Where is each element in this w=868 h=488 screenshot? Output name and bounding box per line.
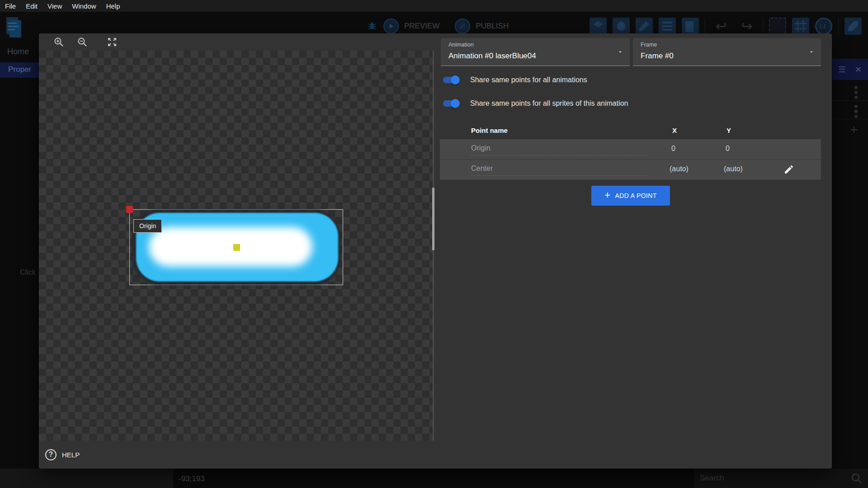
point-name-field[interactable]: Center bbox=[471, 164, 647, 176]
edit-pencil-icon[interactable] bbox=[783, 164, 795, 176]
menu-edit[interactable]: Edit bbox=[21, 2, 42, 10]
fit-to-screen-icon[interactable] bbox=[106, 36, 118, 48]
table-row-center[interactable]: Center (auto) (auto) bbox=[440, 160, 821, 180]
share-points-all-animations-toggle[interactable] bbox=[443, 77, 458, 83]
zoom-out-icon[interactable] bbox=[76, 36, 89, 48]
laser-sprite-core bbox=[149, 227, 312, 267]
point-x-value[interactable]: (auto) bbox=[670, 165, 689, 173]
toggle-row-all-sprites: Share same points for all sprites of thi… bbox=[443, 99, 628, 108]
play-icon[interactable] bbox=[383, 19, 399, 34]
kebab-menu-icon[interactable] bbox=[854, 84, 858, 101]
publish-globe-icon[interactable] bbox=[455, 19, 470, 34]
sprite-preview-canvas[interactable]: Origin bbox=[39, 51, 433, 458]
help-icon: ? bbox=[45, 449, 57, 460]
events-list-icon[interactable] bbox=[659, 18, 676, 35]
editor-toolbar-icons: ↩ ↪ 1:1 bbox=[590, 17, 862, 35]
frame-select-value: Frame #0 bbox=[641, 52, 674, 61]
wrench-icon[interactable] bbox=[844, 18, 862, 35]
edit-points-dialog: Origin Animation Animation #0 laserBlue0… bbox=[39, 33, 832, 469]
animation-select-label: Animation bbox=[448, 42, 474, 48]
publish-button[interactable]: PUBLISH bbox=[476, 22, 509, 31]
export-icon[interactable] bbox=[590, 18, 607, 35]
origin-point-tooltip: Origin bbox=[133, 219, 162, 233]
point-y-value[interactable]: 0 bbox=[726, 145, 730, 153]
animation-select-value: Animation #0 laserBlue04 bbox=[448, 52, 536, 61]
point-name-field[interactable]: Origin bbox=[471, 144, 647, 155]
add-icon[interactable]: + bbox=[850, 122, 858, 137]
menu-help[interactable]: Help bbox=[101, 2, 125, 10]
help-button[interactable]: ? HELP bbox=[45, 449, 80, 460]
filter-icon[interactable]: ☰ bbox=[838, 65, 845, 75]
project-manager-icon[interactable] bbox=[6, 17, 22, 38]
toggle-row-all-animations: Share same points for all animations bbox=[443, 76, 587, 84]
close-panel-icon[interactable]: ✕ bbox=[855, 65, 862, 75]
right-panel-column bbox=[832, 40, 868, 469]
grid-icon[interactable] bbox=[792, 18, 809, 35]
zoom-actual-size-icon[interactable]: 1:1 bbox=[815, 18, 832, 35]
tab-home[interactable]: Home bbox=[7, 47, 39, 58]
layers-icon[interactable] bbox=[682, 18, 699, 35]
column-point-name: Point name bbox=[471, 127, 508, 134]
search-placeholder: Search bbox=[700, 474, 724, 483]
center-point-marker[interactable] bbox=[233, 244, 240, 251]
animation-select[interactable]: Animation Animation #0 laserBlue04 bbox=[441, 38, 630, 66]
undo-icon[interactable]: ↩ bbox=[711, 18, 731, 35]
toggle-label: Share same points for all animations bbox=[470, 76, 587, 84]
selection-tool-icon[interactable] bbox=[769, 18, 786, 35]
objects-icon[interactable] bbox=[613, 18, 630, 35]
toggle-label: Share same points for all sprites of thi… bbox=[470, 99, 628, 108]
canvas-zoom-toolbar bbox=[39, 33, 433, 51]
frame-select[interactable]: Frame Frame #0 bbox=[633, 38, 821, 66]
point-x-value[interactable]: 0 bbox=[671, 145, 675, 153]
column-x: X bbox=[672, 127, 677, 134]
menu-file[interactable]: File bbox=[0, 2, 21, 10]
properties-panel-header: ☰ ✕ bbox=[832, 59, 868, 80]
debug-icon[interactable] bbox=[366, 20, 378, 32]
dialog-footer: ? HELP bbox=[39, 441, 832, 469]
menu-bar: File Edit View Window Help bbox=[0, 0, 868, 12]
origin-point-marker[interactable] bbox=[126, 206, 133, 213]
edit-scene-icon[interactable] bbox=[636, 18, 653, 35]
menu-view[interactable]: View bbox=[42, 2, 67, 10]
click-hint-text: Click bbox=[20, 268, 36, 277]
add-a-point-button[interactable]: + ADD A POINT bbox=[591, 186, 670, 206]
app-root: File Edit View Window Help PREVIEW PUBLI… bbox=[0, 0, 868, 488]
frame-select-label: Frame bbox=[641, 42, 657, 48]
tab-properties[interactable]: Proper bbox=[8, 65, 31, 74]
chevron-down-icon bbox=[808, 49, 815, 55]
menu-window[interactable]: Window bbox=[67, 2, 101, 10]
share-points-all-sprites-toggle[interactable] bbox=[443, 100, 458, 107]
column-y: Y bbox=[726, 127, 731, 134]
zoom-in-icon[interactable] bbox=[52, 36, 65, 48]
chevron-down-icon bbox=[617, 49, 623, 55]
points-table-header: Point name X Y bbox=[440, 122, 821, 139]
preview-button[interactable]: PREVIEW bbox=[404, 22, 439, 31]
search-icon bbox=[850, 472, 863, 485]
point-y-value[interactable]: (auto) bbox=[724, 165, 743, 173]
canvas-panel-divider bbox=[433, 51, 434, 458]
cursor-coordinates: -93;193 bbox=[179, 474, 205, 483]
status-bar-left-panel bbox=[0, 469, 173, 488]
help-label: HELP bbox=[62, 451, 80, 459]
add-a-point-label: ADD A POINT bbox=[615, 192, 656, 199]
canvas-scrollbar[interactable] bbox=[432, 188, 434, 250]
table-row-origin[interactable]: Origin 0 0 bbox=[440, 139, 821, 160]
plus-icon: + bbox=[604, 189, 610, 201]
kebab-menu-icon[interactable] bbox=[854, 103, 858, 120]
redo-icon[interactable]: ↪ bbox=[737, 18, 757, 35]
